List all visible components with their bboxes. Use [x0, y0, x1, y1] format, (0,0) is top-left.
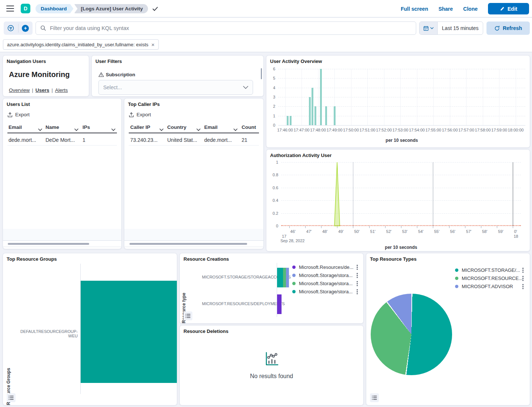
- top-caller-ips-table: Caller IPCountryEmailCount73.240.23...Un…: [124, 99, 263, 249]
- panel-user-filters: User Filters Subscription Select...: [92, 56, 263, 96]
- breadcrumb-current-page[interactable]: [Logs Azure] User Activity: [74, 4, 148, 13]
- column-header[interactable]: Email: [204, 124, 218, 130]
- y-tick-label: 0.4: [266, 198, 278, 203]
- header-divider: [7, 133, 117, 133]
- legend-dot: [455, 277, 458, 280]
- kebab-menu-icon[interactable]: [357, 289, 359, 294]
- histogram-bar[interactable]: [334, 106, 336, 125]
- legend-item[interactable]: Microsoft.Storage/stora...: [292, 280, 360, 287]
- panel-title: Top Resource Types: [370, 256, 417, 262]
- top-resource-groups-chart[interactable]: DEFAULTRESOURCEGROUP-WEU: [3, 253, 177, 405]
- breadcrumb: Dashboard [Logs Azure] User Activity: [36, 4, 158, 13]
- legend-item[interactable]: Microsoft.Storage/stora...: [292, 288, 360, 296]
- legend-dot: [292, 290, 296, 293]
- remove-filter-icon[interactable]: ×: [151, 42, 155, 47]
- x-tick-label: 52': [386, 229, 391, 234]
- stacked-bar-segment[interactable]: [283, 268, 286, 287]
- kebab-menu-icon[interactable]: [522, 276, 525, 281]
- kql-search-input[interactable]: [50, 25, 411, 31]
- column-sort-icon[interactable]: [74, 126, 78, 129]
- x-tick: [305, 226, 306, 228]
- table-cell: United Stat...: [167, 137, 197, 143]
- column-header[interactable]: IPs: [83, 124, 90, 130]
- histogram-bar[interactable]: [314, 106, 316, 125]
- edit-button[interactable]: Edit: [488, 3, 529, 14]
- share-link[interactable]: Share: [438, 6, 453, 12]
- warning-icon: [98, 72, 104, 77]
- refresh-button[interactable]: Refresh: [486, 21, 530, 35]
- menu-icon[interactable]: [6, 6, 14, 12]
- stacked-bar-segment[interactable]: [277, 268, 283, 287]
- histogram-bar[interactable]: [325, 106, 327, 125]
- filter-pill[interactable]: azure.activitylogs.identity.claims_initi…: [3, 39, 159, 50]
- area-spike[interactable]: [281, 162, 521, 226]
- x-tick-label: 55': [434, 229, 439, 234]
- histogram-bar[interactable]: [312, 88, 313, 125]
- x-tick: [321, 226, 321, 228]
- legend-item[interactable]: Microsoft.Storage/stora...: [292, 272, 360, 279]
- legend-item[interactable]: MICROSOFT.RESOURCE...: [455, 275, 526, 282]
- calendar-dropdown-button[interactable]: [420, 22, 438, 34]
- time-range-button[interactable]: Last 15 minutes: [438, 22, 483, 34]
- scrollbar-horizontal[interactable]: [129, 243, 247, 245]
- stacked-bar-segment[interactable]: [277, 294, 282, 314]
- y-tick-label: 0.8: [266, 173, 278, 177]
- pie[interactable]: [371, 294, 452, 375]
- x-tick-label: 49': [338, 229, 343, 234]
- clone-link[interactable]: Clone: [463, 6, 478, 12]
- link-users[interactable]: Users: [36, 87, 50, 93]
- user-activity-overview-chart[interactable]: 17:46:0017:47:0017:48:0017:49:0017:50:00…: [266, 56, 530, 147]
- link-alerts[interactable]: Alerts: [55, 87, 68, 93]
- check-icon: [152, 7, 158, 11]
- column-header[interactable]: Country: [167, 124, 186, 130]
- subscription-select[interactable]: Select...: [98, 80, 253, 95]
- dashboard-logo[interactable]: D: [21, 4, 30, 13]
- chevron-down-icon: [430, 27, 434, 29]
- histogram-bar[interactable]: [287, 116, 289, 125]
- column-sort-icon[interactable]: [111, 126, 115, 129]
- x-tick: [465, 226, 465, 228]
- filter-pill-label: azure.activitylogs.identity.claims_initi…: [7, 42, 148, 47]
- histogram-bar[interactable]: [309, 97, 311, 125]
- stacked-bar-segment[interactable]: [286, 268, 289, 287]
- kebab-menu-icon[interactable]: [357, 273, 359, 278]
- kebab-menu-icon[interactable]: [357, 281, 359, 286]
- legend-toggle-button[interactable]: [370, 393, 379, 402]
- column-header[interactable]: Count: [242, 124, 256, 130]
- kebab-menu-icon[interactable]: [522, 268, 525, 273]
- column-header[interactable]: Name: [46, 124, 59, 130]
- saved-query-menu-button[interactable]: [4, 21, 18, 35]
- legend-toggle-button[interactable]: [183, 311, 192, 320]
- scrollbar-vertical[interactable]: [261, 68, 262, 79]
- y-gridline: [278, 125, 525, 126]
- list-icon: [185, 314, 191, 318]
- header-divider: [129, 133, 259, 133]
- y-tick-label: 0.6: [266, 186, 278, 190]
- legend-item[interactable]: MICROSOFT.STORAGE/...: [455, 267, 526, 274]
- histogram-bar[interactable]: [290, 116, 292, 125]
- full-screen-link[interactable]: Full screen: [401, 6, 428, 12]
- top-resource-types-chart[interactable]: MICROSOFT.STORAGE/...MICROSOFT.RESOURCE.…: [366, 253, 530, 405]
- column-sort-icon[interactable]: [196, 126, 201, 129]
- horizontal-bar[interactable]: [81, 281, 177, 383]
- link-overview[interactable]: Overview: [9, 87, 30, 93]
- column-header[interactable]: Caller IP: [130, 124, 150, 130]
- breadcrumb-dashboard[interactable]: Dashboard: [36, 4, 74, 13]
- scrollbar-horizontal[interactable]: [8, 243, 89, 245]
- column-sort-icon[interactable]: [159, 126, 164, 129]
- legend-item[interactable]: MICROSOFT.ADVISOR: [455, 283, 526, 290]
- legend-item[interactable]: Microsoft.Resources/de...: [292, 264, 360, 271]
- kebab-menu-icon[interactable]: [522, 284, 525, 289]
- histogram-bar[interactable]: [320, 69, 322, 125]
- column-sort-icon[interactable]: [233, 126, 238, 129]
- add-filter-button[interactable]: +: [18, 21, 33, 35]
- kebab-menu-icon[interactable]: [357, 265, 359, 270]
- column-sort-icon[interactable]: [38, 126, 42, 129]
- y-tick-label: 0: [266, 123, 275, 127]
- x-tick: [337, 226, 337, 228]
- authorization-activity-chart[interactable]: 00.20.40.60.8146'47'48'49'50'51'52'53'54…: [266, 150, 530, 251]
- resource-creations-chart[interactable]: MICROSOFT.STORAGE/STORAGEACCOUNTSMICROSO…: [180, 253, 363, 323]
- legend-toggle-button[interactable]: [7, 393, 16, 402]
- plus-circle-icon: +: [22, 25, 29, 32]
- column-header[interactable]: Email: [9, 124, 22, 130]
